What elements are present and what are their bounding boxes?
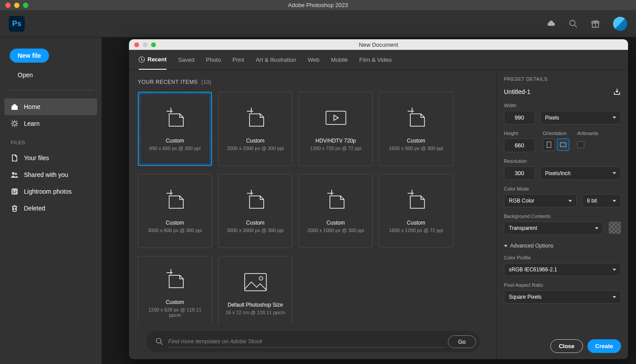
tab-print[interactable]: Print xyxy=(232,50,244,70)
artboards-label: Artboards xyxy=(577,131,598,136)
width-input[interactable] xyxy=(504,111,535,124)
orientation-landscape-button[interactable] xyxy=(557,139,569,151)
resolution-unit-select[interactable]: Pixels/Inch xyxy=(540,166,621,180)
open-button[interactable]: Open xyxy=(10,68,41,82)
recent-items-label: YOUR RECENT ITEMS (10) xyxy=(138,79,488,85)
preset-card[interactable]: Custom 2000 x 2000 px @ 300 ppi xyxy=(218,92,292,166)
sidebar-item-lightroom-photos[interactable]: LrLightroom photos xyxy=(4,183,97,200)
preset-spec: 16 x 12 cm @ 118.11 ppcm xyxy=(226,310,285,315)
width-label: Width xyxy=(504,103,621,108)
gift-icon[interactable] xyxy=(591,19,600,28)
preset-card[interactable]: Custom 3000 x 3000 px @ 300 ppi xyxy=(218,174,292,248)
sidebar-item-your-files[interactable]: Your files xyxy=(4,150,97,166)
color-mode-select[interactable]: RGB Color xyxy=(504,194,577,207)
window-close-icon[interactable] xyxy=(5,3,11,8)
height-label: Height xyxy=(504,131,535,136)
tab-photo[interactable]: Photo xyxy=(206,50,221,70)
create-button[interactable]: Create xyxy=(587,339,621,353)
preset-spec: 1200 x 628 px @ 118.11 ppcm xyxy=(143,307,207,318)
preset-spec: 2000 x 2000 px @ 300 ppi xyxy=(227,146,284,151)
chevron-down-icon xyxy=(595,227,598,229)
advanced-options-toggle[interactable]: Advanced Options xyxy=(504,243,621,249)
preset-card[interactable]: Custom 2000 x 1000 px @ 300 ppi xyxy=(299,174,373,248)
preset-spec: 1280 x 720 px @ 72 ppi xyxy=(310,146,361,151)
video-preset-icon xyxy=(324,107,348,129)
artboards-checkbox[interactable] xyxy=(577,141,584,148)
svg-line-1 xyxy=(575,25,577,27)
preset-card[interactable]: Custom 1800 x 1200 px @ 72 ppi xyxy=(379,174,453,248)
preset-details-header: PRESET DETAILS xyxy=(504,76,621,82)
preset-name: Custom xyxy=(166,138,184,144)
background-select[interactable]: Transparent xyxy=(504,221,603,235)
search-icon[interactable] xyxy=(569,19,578,28)
sidebar-item-home[interactable]: Home xyxy=(4,98,97,115)
background-label: Background Contents xyxy=(504,214,621,219)
preset-spec: 1800 x 1200 px @ 72 ppi xyxy=(389,228,443,233)
chevron-down-icon xyxy=(568,200,572,202)
doc-preset-icon xyxy=(163,189,187,211)
document-name[interactable]: Untitled-1 xyxy=(504,88,613,95)
presets-grid[interactable]: Custom 990 x 660 px @ 300 ppi Custom 200… xyxy=(138,92,488,324)
preset-spec: 1600 x 900 px @ 300 ppi xyxy=(389,146,443,151)
stock-search-input[interactable] xyxy=(168,335,444,348)
sidebar-item-label: Deleted xyxy=(24,205,45,212)
modal-title: New Document xyxy=(359,41,398,48)
divider xyxy=(9,90,93,90)
save-preset-icon[interactable] xyxy=(613,88,621,96)
tab-label: Web xyxy=(308,56,320,63)
tab-art-illustration[interactable]: Art & Illustration xyxy=(256,50,296,70)
avatar[interactable] xyxy=(613,17,627,31)
preset-name: Default Photoshop Size xyxy=(227,302,283,308)
close-button[interactable]: Close xyxy=(550,339,583,353)
tab-mobile[interactable]: Mobile xyxy=(331,50,348,70)
chevron-down-icon xyxy=(613,116,616,119)
tab-label: Print xyxy=(232,56,244,63)
new-file-button[interactable]: New file xyxy=(10,49,49,63)
preset-card[interactable]: Custom 1600 x 900 px @ 300 ppi xyxy=(379,92,453,166)
width-unit-select[interactable]: Pixels xyxy=(540,111,621,124)
color-profile-select[interactable]: sRGB IEC61966-2.1 xyxy=(504,263,621,276)
window-maximize-icon[interactable] xyxy=(23,3,28,8)
tab-saved[interactable]: Saved xyxy=(178,50,194,70)
svg-line-38 xyxy=(160,343,163,345)
preset-card[interactable]: Default Photoshop Size 16 x 12 cm @ 118.… xyxy=(218,256,292,324)
file-icon xyxy=(11,154,19,162)
svg-point-15 xyxy=(15,173,17,175)
pixel-aspect-ratio-label: Pixel Aspect Ratio xyxy=(504,282,621,288)
cloud-icon[interactable] xyxy=(547,19,556,28)
tab-film-video[interactable]: Film & Video xyxy=(360,50,392,70)
modal-maximize-icon[interactable] xyxy=(151,42,156,47)
tab-label: Film & Video xyxy=(360,56,392,63)
stock-search-bar: Go xyxy=(138,324,488,359)
pixel-aspect-ratio-select[interactable]: Square Pixels xyxy=(504,290,621,304)
svg-point-37 xyxy=(156,338,161,343)
sidebar-item-learn[interactable]: Learn xyxy=(4,115,97,132)
preset-card[interactable]: Custom 3000 x 800 px @ 300 ppi xyxy=(138,174,212,248)
preset-spec: 990 x 660 px @ 300 ppi xyxy=(149,146,201,151)
background-color-swatch[interactable] xyxy=(609,221,621,234)
orientation-portrait-button[interactable] xyxy=(543,139,555,151)
tab-recent[interactable]: Recent xyxy=(139,50,167,70)
preset-card[interactable]: Custom 990 x 660 px @ 300 ppi xyxy=(138,92,212,166)
svg-line-10 xyxy=(12,121,13,122)
preset-card[interactable]: Custom 1200 x 628 px @ 118.11 ppcm xyxy=(138,256,212,324)
learn-icon xyxy=(11,120,19,128)
sidebar-item-label: Lightroom photos xyxy=(24,188,72,195)
bit-depth-select[interactable]: 8 bit xyxy=(582,194,621,207)
resolution-input[interactable] xyxy=(504,166,535,180)
svg-rect-22 xyxy=(326,111,346,124)
sidebar-item-label: Shared with you xyxy=(24,171,68,178)
sidebar-item-deleted[interactable]: Deleted xyxy=(4,200,97,217)
height-input[interactable] xyxy=(504,139,535,152)
tab-label: Saved xyxy=(178,56,194,63)
tab-label: Photo xyxy=(206,56,221,63)
go-button[interactable]: Go xyxy=(448,335,476,348)
resolution-label: Resolution xyxy=(504,158,621,164)
tab-web[interactable]: Web xyxy=(308,50,320,70)
window-minimize-icon[interactable] xyxy=(14,3,19,8)
modal-close-icon[interactable] xyxy=(134,42,139,47)
sidebar-item-shared-with-you[interactable]: Shared with you xyxy=(4,166,97,183)
svg-point-14 xyxy=(12,172,15,175)
preset-card[interactable]: HDV/HDTV 720p 1280 x 720 px @ 72 ppi xyxy=(299,92,373,166)
search-icon xyxy=(155,337,164,346)
